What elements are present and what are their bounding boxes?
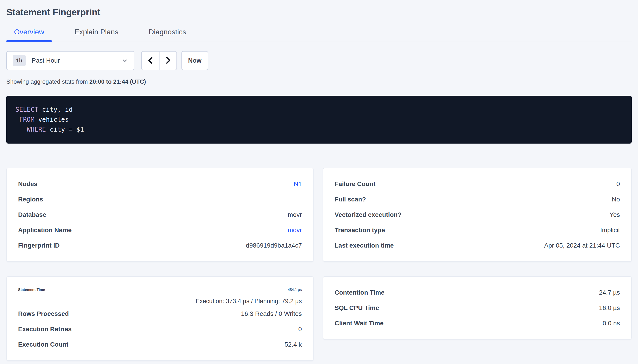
table-row: Regions bbox=[18, 192, 302, 207]
table-row: Execution Retries 0 bbox=[18, 322, 302, 337]
overview-cards: Nodes N1 Regions Database movr Applicati… bbox=[6, 168, 632, 361]
time-controls: 1h Past Hour Now bbox=[6, 51, 632, 70]
table-row: Application Name movr bbox=[18, 222, 302, 238]
stats-summary-text: Showing aggregated stats from 20:00 to 2… bbox=[6, 78, 632, 85]
execution-count-value: 52.4 k bbox=[285, 341, 302, 348]
sql-cpu-time-label: SQL CPU Time bbox=[335, 304, 379, 312]
vectorized-execution-label: Vectorized execution? bbox=[335, 211, 402, 218]
full-scan-value: No bbox=[612, 196, 620, 203]
chevron-left-icon bbox=[147, 56, 154, 65]
failure-count-value: 0 bbox=[616, 180, 620, 188]
client-wait-time-label: Client Wait Time bbox=[335, 320, 383, 327]
client-wait-time-value: 0.0 ns bbox=[603, 320, 620, 327]
application-name-label: Application Name bbox=[18, 226, 72, 234]
rows-processed-value: 16.3 Reads / 0 Writes bbox=[241, 310, 302, 318]
now-button[interactable]: Now bbox=[181, 51, 208, 70]
rows-processed-label: Rows Processed bbox=[18, 310, 69, 318]
failure-count-label: Failure Count bbox=[335, 180, 375, 188]
execution-count-label: Execution Count bbox=[18, 341, 68, 348]
app-name-link[interactable]: movr bbox=[288, 226, 302, 234]
transaction-type-value: Implicit bbox=[600, 226, 620, 234]
execution-retries-value: 0 bbox=[298, 326, 302, 333]
table-row: Fingerprint ID d986919d9ba1a4c7 bbox=[18, 238, 302, 253]
last-execution-time-label: Last execution time bbox=[335, 242, 394, 249]
time-range-dropdown[interactable]: 1h Past Hour bbox=[6, 51, 134, 70]
sql-statement-box: SELECT city, id FROM vehicles WHERE city… bbox=[6, 96, 632, 144]
next-range-button[interactable] bbox=[159, 52, 177, 70]
last-execution-time-value: Apr 05, 2024 at 21:44 UTC bbox=[544, 242, 620, 249]
summary-card: Nodes N1 Regions Database movr Applicati… bbox=[6, 168, 314, 262]
table-row: Failure Count 0 bbox=[335, 176, 620, 192]
table-row: Full scan? No bbox=[335, 192, 620, 207]
statement-fingerprint-page: Statement Fingerprint Overview Explain P… bbox=[0, 0, 638, 361]
table-row: Rows Processed 16.3 Reads / 0 Writes bbox=[18, 306, 302, 322]
tab-diagnostics[interactable]: Diagnostics bbox=[141, 28, 194, 42]
chevron-down-icon bbox=[122, 58, 128, 64]
time-range-label: Past Hour bbox=[32, 57, 60, 64]
page-title: Statement Fingerprint bbox=[6, 7, 632, 18]
wait-stats-card: Contention Time 24.7 µs SQL CPU Time 16.… bbox=[323, 276, 632, 340]
table-row: Contention Time 24.7 µs bbox=[335, 285, 620, 300]
tab-explain-plans-label: Explain Plans bbox=[75, 28, 118, 36]
sql-statement-code: SELECT city, id FROM vehicles WHERE city… bbox=[16, 105, 622, 134]
database-label: Database bbox=[18, 211, 46, 218]
statement-time-value: 454.1 µs bbox=[288, 285, 302, 295]
time-interval-badge: 1h bbox=[13, 55, 26, 66]
attributes-card: Failure Count 0 Full scan? No Vectorized… bbox=[323, 168, 632, 262]
nodes-label: Nodes bbox=[18, 180, 38, 188]
vectorized-execution-value: Yes bbox=[609, 211, 620, 218]
transaction-type-label: Transaction type bbox=[335, 226, 385, 234]
fingerprint-id-value: d986919d9ba1a4c7 bbox=[246, 242, 302, 249]
tab-explain-plans[interactable]: Explain Plans bbox=[67, 28, 126, 42]
table-row: Client Wait Time 0.0 ns bbox=[335, 316, 620, 331]
stats-time-range: 20:00 to 21:44 (UTC) bbox=[89, 78, 146, 85]
chevron-right-icon bbox=[164, 56, 172, 65]
table-row: Vectorized execution? Yes bbox=[335, 207, 620, 222]
table-row: Last execution time Apr 05, 2024 at 21:4… bbox=[335, 238, 620, 253]
database-value: movr bbox=[288, 211, 302, 218]
tab-diagnostics-label: Diagnostics bbox=[149, 28, 186, 36]
table-row: Execution Count 52.4 k bbox=[18, 337, 302, 352]
statement-time-breakdown: Execution: 373.4 µs / Planning: 79.2 µs bbox=[196, 296, 302, 306]
statement-time-label: Statement Time bbox=[18, 285, 45, 295]
table-row: Transaction type Implicit bbox=[335, 222, 620, 238]
table-row: Nodes N1 bbox=[18, 176, 302, 192]
contention-time-value: 24.7 µs bbox=[599, 289, 620, 296]
regions-label: Regions bbox=[18, 196, 43, 203]
prev-range-button[interactable] bbox=[142, 52, 159, 70]
table-row: Database movr bbox=[18, 207, 302, 222]
execution-retries-label: Execution Retries bbox=[18, 326, 72, 333]
statement-stats-card: Statement Time 454.1 µs Execution: 373.4… bbox=[6, 276, 314, 361]
stats-summary-prefix: Showing aggregated stats from bbox=[6, 78, 89, 85]
contention-time-label: Contention Time bbox=[335, 289, 384, 296]
sql-cpu-time-value: 16.0 µs bbox=[599, 304, 620, 312]
table-row: SQL CPU Time 16.0 µs bbox=[335, 300, 620, 316]
fingerprint-id-label: Fingerprint ID bbox=[18, 242, 60, 249]
tab-overview[interactable]: Overview bbox=[6, 28, 52, 42]
node-link[interactable]: N1 bbox=[294, 180, 302, 188]
full-scan-label: Full scan? bbox=[335, 196, 366, 203]
tab-bar: Overview Explain Plans Diagnostics bbox=[6, 28, 632, 42]
active-tab-indicator bbox=[6, 40, 52, 42]
table-row: Statement Time 454.1 µs Execution: 373.4… bbox=[18, 285, 302, 306]
time-range-pager bbox=[141, 51, 177, 70]
tab-overview-label: Overview bbox=[14, 28, 44, 36]
